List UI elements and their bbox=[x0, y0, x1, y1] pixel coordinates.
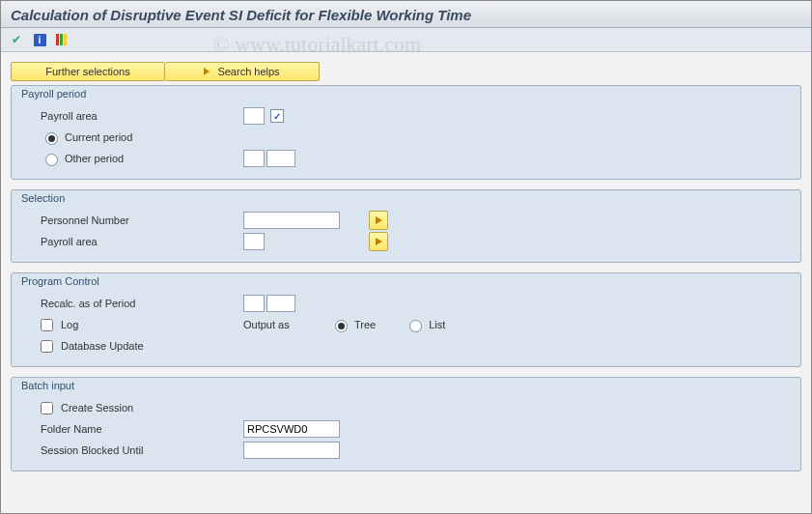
session-blocked-input[interactable] bbox=[243, 442, 340, 459]
group-title-selection: Selection bbox=[21, 192, 791, 204]
title-bar: Calculation of Disruptive Event SI Defic… bbox=[1, 1, 811, 28]
folder-name-label: Folder Name bbox=[41, 423, 243, 435]
log-checkbox[interactable] bbox=[41, 319, 53, 331]
svg-rect-0 bbox=[56, 34, 59, 45]
svg-rect-1 bbox=[60, 34, 63, 45]
app-toolbar: ✔ i bbox=[1, 28, 811, 52]
payroll-area-label: Payroll area bbox=[41, 110, 243, 122]
recalc-input-1[interactable] bbox=[243, 295, 265, 312]
output-as-label: Output as bbox=[243, 319, 311, 330]
group-payroll-period: Payroll period Payroll area Current peri… bbox=[11, 85, 801, 180]
current-period-radio[interactable] bbox=[45, 132, 58, 145]
group-batch-input: Batch input Create Session Folder Name S… bbox=[11, 377, 801, 471]
group-program-control: Program Control Recalc. as of Period Log… bbox=[11, 272, 801, 367]
create-session-label: Create Session bbox=[61, 402, 133, 414]
group-title-batch-input: Batch input bbox=[21, 380, 791, 391]
group-title-payroll-period: Payroll period bbox=[21, 88, 791, 100]
payroll-area-input[interactable] bbox=[243, 107, 265, 125]
arrow-right-icon bbox=[204, 68, 210, 75]
further-selections-label: Further selections bbox=[45, 66, 129, 77]
group-title-program-control: Program Control bbox=[21, 275, 791, 287]
create-session-checkbox[interactable] bbox=[41, 402, 53, 414]
search-helps-button[interactable]: Search helps bbox=[165, 62, 320, 81]
output-list-label: List bbox=[429, 319, 445, 330]
execute-icon[interactable]: ✔ bbox=[7, 31, 26, 48]
svg-rect-2 bbox=[64, 34, 67, 45]
output-list-radio[interactable] bbox=[409, 320, 422, 332]
database-update-checkbox[interactable] bbox=[41, 340, 53, 353]
personnel-number-input[interactable] bbox=[243, 212, 340, 229]
payroll-area-multiselect-button[interactable] bbox=[369, 232, 388, 251]
variant-icon[interactable] bbox=[53, 31, 72, 48]
arrow-right-icon bbox=[376, 216, 382, 224]
recalc-input-2[interactable] bbox=[266, 295, 295, 312]
log-label: Log bbox=[61, 319, 78, 330]
personnel-number-multiselect-button[interactable] bbox=[369, 211, 388, 230]
current-period-label: Current period bbox=[65, 131, 132, 143]
other-period-label: Other period bbox=[65, 153, 124, 164]
page-title: Calculation of Disruptive Event SI Defic… bbox=[11, 7, 801, 23]
arrow-right-icon bbox=[376, 238, 382, 245]
recalc-label: Recalc. as of Period bbox=[41, 298, 243, 309]
folder-name-input[interactable] bbox=[243, 420, 340, 438]
payroll-area-match-checkbox[interactable] bbox=[270, 109, 284, 123]
other-period-input-1[interactable] bbox=[243, 150, 265, 167]
further-selections-button[interactable]: Further selections bbox=[11, 62, 165, 81]
output-tree-radio[interactable] bbox=[335, 320, 348, 332]
session-blocked-label: Session Blocked Until bbox=[41, 444, 243, 456]
selection-payroll-area-label: Payroll area bbox=[41, 236, 243, 247]
search-helps-label: Search helps bbox=[217, 66, 279, 77]
info-icon[interactable]: i bbox=[30, 31, 49, 48]
database-update-label: Database Update bbox=[61, 340, 144, 352]
selection-payroll-area-input[interactable] bbox=[243, 233, 265, 250]
other-period-radio[interactable] bbox=[45, 154, 58, 166]
other-period-input-2[interactable] bbox=[266, 150, 295, 167]
personnel-number-label: Personnel Number bbox=[41, 214, 243, 226]
output-tree-label: Tree bbox=[354, 319, 376, 330]
group-selection: Selection Personnel Number Payroll area bbox=[11, 189, 801, 263]
